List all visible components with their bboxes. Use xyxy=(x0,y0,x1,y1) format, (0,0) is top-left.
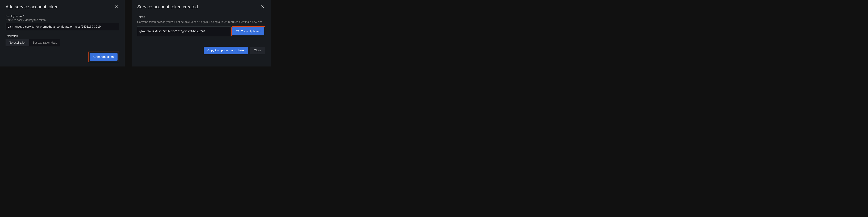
no-expiration-toggle[interactable]: No expiration xyxy=(6,39,29,46)
token-created-modal: Service account token created Token Copy… xyxy=(132,0,271,66)
expiration-toggle-group: No expiration Set expiration date xyxy=(5,39,60,46)
modal-header: Add service account token xyxy=(5,4,119,10)
token-row: Copy clipboard xyxy=(137,26,265,36)
svg-rect-4 xyxy=(237,30,239,32)
copy-and-close-button[interactable]: Copy to clipboard and close xyxy=(204,47,248,54)
clipboard-icon xyxy=(236,29,239,33)
modal-title: Service account token created xyxy=(137,4,198,9)
close-button[interactable] xyxy=(114,4,119,10)
modal-actions: Copy to clipboard and close Close xyxy=(137,47,265,54)
token-section: Token Copy the token now as you will not… xyxy=(137,16,265,36)
modal-title: Add service account token xyxy=(5,4,59,9)
close-button[interactable] xyxy=(260,4,265,10)
close-icon xyxy=(115,5,118,9)
display-name-label: Display name * xyxy=(5,15,119,18)
modal-header: Service account token created xyxy=(137,4,265,10)
close-action-button[interactable]: Close xyxy=(250,47,265,54)
generate-button-highlight: Generate token xyxy=(88,52,119,62)
copy-clipboard-button[interactable]: Copy clipboard xyxy=(232,27,265,35)
token-value-input[interactable] xyxy=(137,26,231,36)
add-token-modal: Add service account token Display name *… xyxy=(0,0,125,66)
set-expiration-toggle[interactable]: Set expiration date xyxy=(29,39,60,46)
display-name-help: Name to easily identify the token xyxy=(5,19,119,22)
modal-actions: Generate token xyxy=(5,52,119,62)
generate-token-button[interactable]: Generate token xyxy=(90,53,118,61)
display-name-section: Display name * Name to easily identify t… xyxy=(5,15,119,30)
token-label: Token xyxy=(137,16,265,19)
copy-button-highlight: Copy clipboard xyxy=(231,26,265,36)
copy-clipboard-label: Copy clipboard xyxy=(241,30,260,33)
token-help: Copy the token now as you will not be ab… xyxy=(137,20,265,24)
expiration-section: Expiration No expiration Set expiration … xyxy=(5,35,119,46)
expiration-label: Expiration xyxy=(5,35,119,38)
close-icon xyxy=(261,5,265,9)
display-name-input[interactable] xyxy=(5,23,119,30)
